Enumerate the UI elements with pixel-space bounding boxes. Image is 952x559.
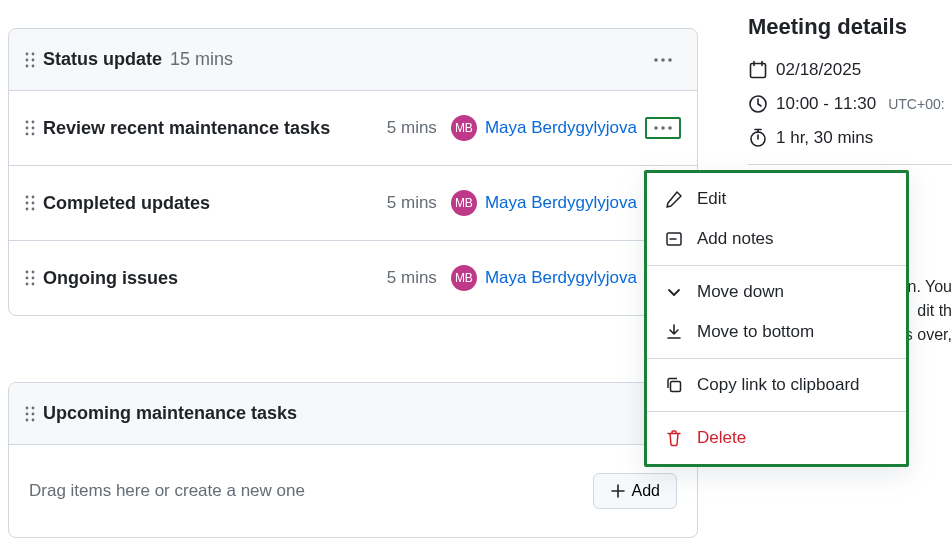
drop-zone[interactable]: Drag items here or create a new one Add xyxy=(9,445,697,537)
menu-item-label: Move down xyxy=(697,282,784,302)
drag-handle-icon[interactable] xyxy=(25,406,35,422)
svg-point-39 xyxy=(32,412,35,415)
menu-item-edit[interactable]: Edit xyxy=(647,179,906,219)
calendar-icon xyxy=(748,60,768,80)
svg-point-40 xyxy=(26,418,29,421)
details-time-row: 10:00 - 11:30 UTC+00: xyxy=(748,94,952,114)
presenter-link[interactable]: Maya Berdygylyjova xyxy=(485,268,637,288)
avatar: MB xyxy=(451,190,477,216)
svg-point-12 xyxy=(32,127,35,130)
svg-rect-42 xyxy=(751,64,766,78)
agenda-duration: 15 mins xyxy=(170,49,233,70)
svg-point-3 xyxy=(32,58,35,61)
svg-point-31 xyxy=(26,283,29,286)
drop-hint: Drag items here or create a new one xyxy=(29,481,593,501)
svg-point-14 xyxy=(32,133,35,136)
menu-item-label: Copy link to clipboard xyxy=(697,375,860,395)
kebab-menu-button[interactable] xyxy=(645,53,681,67)
svg-point-36 xyxy=(26,406,29,409)
details-duration-row: 1 hr, 30 mins xyxy=(748,128,952,148)
agenda-item-title: Ongoing issues xyxy=(43,268,379,289)
svg-point-22 xyxy=(26,208,29,211)
agenda-title: Status update xyxy=(43,49,162,70)
svg-point-8 xyxy=(668,58,672,62)
drag-handle-icon[interactable] xyxy=(25,270,35,286)
svg-point-1 xyxy=(32,52,35,55)
agenda-item: Review recent maintenance tasks 5 mins M… xyxy=(9,91,697,166)
menu-item-delete[interactable]: Delete xyxy=(647,418,906,458)
agenda-item: Completed updates 5 mins MB Maya Berdygy… xyxy=(9,166,697,241)
svg-point-37 xyxy=(32,406,35,409)
menu-item-label: Delete xyxy=(697,428,746,448)
svg-point-32 xyxy=(32,283,35,286)
drag-handle-icon[interactable] xyxy=(25,52,35,68)
clock-icon xyxy=(748,94,768,114)
add-button-label: Add xyxy=(632,482,660,500)
chevron-down-icon xyxy=(665,283,683,301)
menu-item-label: Move to bottom xyxy=(697,322,814,342)
svg-point-29 xyxy=(26,277,29,280)
menu-item-label: Add notes xyxy=(697,229,774,249)
avatar: MB xyxy=(451,265,477,291)
svg-point-21 xyxy=(32,202,35,205)
svg-point-7 xyxy=(661,58,665,62)
svg-point-10 xyxy=(32,121,35,124)
svg-point-41 xyxy=(32,418,35,421)
agenda-item-title: Completed updates xyxy=(43,193,379,214)
menu-item-move-bottom[interactable]: Move to bottom xyxy=(647,312,906,352)
svg-point-16 xyxy=(661,126,665,130)
separator xyxy=(748,164,952,165)
agenda-list: Status update 15 mins Review recent main… xyxy=(8,28,698,316)
svg-point-18 xyxy=(26,196,29,199)
svg-point-19 xyxy=(32,196,35,199)
details-time: 10:00 - 11:30 xyxy=(776,94,876,114)
details-date-row: 02/18/2025 xyxy=(748,60,952,80)
presenter-link[interactable]: Maya Berdygylyjova xyxy=(485,118,637,138)
svg-point-30 xyxy=(32,277,35,280)
svg-point-13 xyxy=(26,133,29,136)
svg-point-15 xyxy=(654,126,658,130)
agenda-header: Status update 15 mins xyxy=(9,29,697,91)
svg-point-28 xyxy=(32,271,35,274)
agenda-item-duration: 5 mins xyxy=(387,118,437,138)
agenda-item-duration: 5 mins xyxy=(387,193,437,213)
details-heading: Meeting details xyxy=(748,14,952,40)
svg-point-5 xyxy=(32,64,35,67)
drag-handle-icon[interactable] xyxy=(25,195,35,211)
menu-item-label: Edit xyxy=(697,189,726,209)
svg-point-27 xyxy=(26,271,29,274)
agenda-item-title: Review recent maintenance tasks xyxy=(43,118,379,139)
trash-icon xyxy=(665,429,683,447)
details-timezone: UTC+00: xyxy=(888,96,944,112)
menu-item-move-down[interactable]: Move down xyxy=(647,272,906,312)
details-date: 02/18/2025 xyxy=(776,60,861,80)
plus-icon xyxy=(610,483,626,499)
svg-point-2 xyxy=(26,58,29,61)
add-button[interactable]: Add xyxy=(593,473,677,509)
note-icon xyxy=(665,230,683,248)
details-duration: 1 hr, 30 mins xyxy=(776,128,873,148)
upcoming-title: Upcoming maintenance tasks xyxy=(43,403,297,424)
menu-item-add-notes[interactable]: Add notes xyxy=(647,219,906,259)
avatar: MB xyxy=(451,115,477,141)
svg-point-11 xyxy=(26,127,29,130)
svg-point-20 xyxy=(26,202,29,205)
svg-point-0 xyxy=(26,52,29,55)
stopwatch-icon xyxy=(748,128,768,148)
kebab-menu-button[interactable] xyxy=(645,117,681,139)
agenda-item: Ongoing issues 5 mins MB Maya Berdygylyj… xyxy=(9,241,697,315)
svg-point-4 xyxy=(26,64,29,67)
move-to-bottom-icon xyxy=(665,323,683,341)
svg-point-23 xyxy=(32,208,35,211)
upcoming-header: Upcoming maintenance tasks xyxy=(9,383,697,445)
svg-point-38 xyxy=(26,412,29,415)
pencil-icon xyxy=(665,190,683,208)
presenter-link[interactable]: Maya Berdygylyjova xyxy=(485,193,637,213)
svg-point-9 xyxy=(26,121,29,124)
svg-rect-46 xyxy=(671,382,681,392)
agenda-item-duration: 5 mins xyxy=(387,268,437,288)
menu-item-copy-link[interactable]: Copy link to clipboard xyxy=(647,365,906,405)
drag-handle-icon[interactable] xyxy=(25,120,35,136)
context-menu: Edit Add notes Move down Move to bottom … xyxy=(644,170,909,467)
svg-point-17 xyxy=(668,126,672,130)
